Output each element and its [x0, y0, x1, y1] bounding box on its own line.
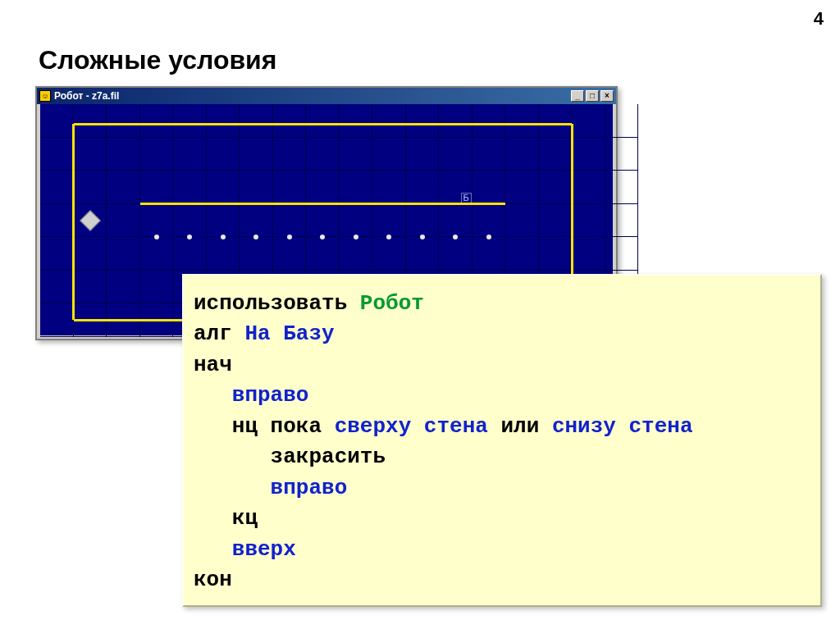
painted-dot — [287, 235, 292, 239]
code-listing: использовать Робот алг На Базу нач вправ… — [182, 274, 822, 607]
painted-dot — [420, 235, 425, 239]
code-line: вправо — [194, 476, 347, 500]
painted-dot — [221, 235, 226, 239]
painted-dot — [354, 235, 358, 239]
page-title: Сложные условия — [39, 45, 276, 75]
wall-horizontal — [140, 203, 506, 205]
window-controls: _ □ × — [571, 90, 614, 102]
wall-horizontal — [74, 123, 573, 125]
minimize-button[interactable]: _ — [571, 90, 584, 102]
maximize-button[interactable]: □ — [586, 90, 599, 102]
code-line: кон — [194, 567, 232, 592]
code-line: кц — [194, 506, 258, 531]
slide-number: 4 — [814, 8, 824, 30]
window-titlebar: ☺ Робот - z7a.fil _ □ × — [37, 88, 616, 104]
window-title: Робот - z7a.fil — [54, 90, 571, 102]
painted-dot — [486, 235, 491, 239]
code-line: вправо — [194, 383, 308, 408]
code-line: использовать Робот — [194, 291, 424, 316]
code-line: вверх — [194, 537, 296, 562]
painted-dot — [154, 235, 159, 239]
wall-vertical — [72, 124, 75, 320]
close-button[interactable]: × — [600, 90, 614, 102]
code-line: алг На Базу — [194, 321, 335, 346]
app-icon: ☺ — [39, 90, 51, 102]
code-line: нач — [194, 353, 232, 377]
code-line: нц пока сверху стена или снизу стена — [194, 414, 693, 439]
code-line: закрасить — [194, 444, 386, 469]
